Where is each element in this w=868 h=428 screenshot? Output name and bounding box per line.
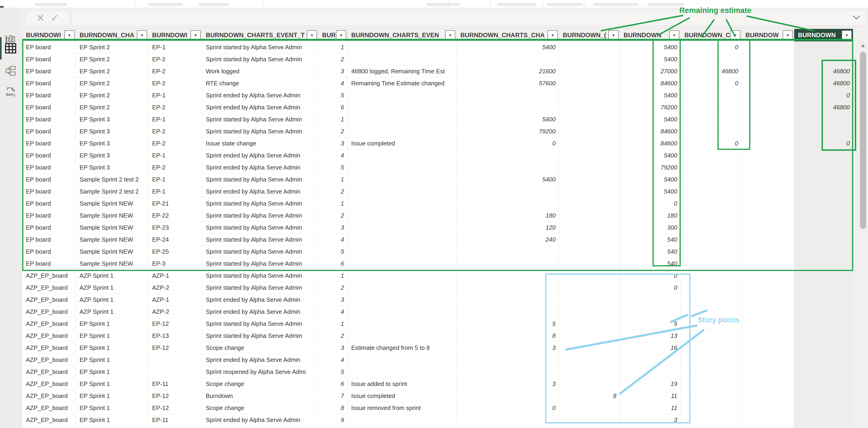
cell[interactable]: 79200 <box>620 101 681 114</box>
cell[interactable]: EP board <box>22 65 76 78</box>
cell[interactable]: Sprint started by Alpha Serve Admin <box>202 174 318 186</box>
cell[interactable]: AZP_EP_board <box>22 330 76 342</box>
cell[interactable]: 0 <box>620 282 681 294</box>
cell[interactable]: 3 <box>318 222 347 234</box>
cell[interactable]: 5400 <box>620 53 681 65</box>
cell[interactable]: 5400 <box>457 174 559 186</box>
cell[interactable] <box>681 270 742 282</box>
cell[interactable]: Sprint ended by Alpha Serve Admin <box>202 354 318 366</box>
cell[interactable]: 11 <box>620 402 681 414</box>
cell[interactable]: Sprint started by Alpha Serve Admin <box>202 222 318 234</box>
cell[interactable] <box>681 90 742 101</box>
cell[interactable]: Sample Sprint NEW <box>76 222 149 234</box>
cell[interactable] <box>559 354 620 366</box>
cell[interactable] <box>347 426 457 428</box>
cell[interactable] <box>794 294 853 306</box>
cell[interactable] <box>742 402 794 414</box>
cell[interactable]: 2 <box>318 330 347 342</box>
cell[interactable]: 6 <box>318 258 347 270</box>
cell[interactable]: Remaining Time Estimate changed <box>347 78 457 90</box>
cell[interactable]: EP board <box>22 101 76 114</box>
cell[interactable]: AZP Sprint 1 <box>76 270 149 282</box>
cell[interactable] <box>794 150 853 162</box>
cell[interactable]: 0 <box>457 402 559 414</box>
cell[interactable]: 3 <box>457 378 559 390</box>
cell[interactable]: Sprint started by Alpha Serve Admin <box>202 210 318 222</box>
cell[interactable]: 57600 <box>457 78 559 90</box>
cell[interactable] <box>681 390 742 402</box>
cell[interactable] <box>794 222 853 234</box>
cell[interactable]: AZP-2 <box>149 306 202 318</box>
cell[interactable]: Sprint started by Alpha Serve Admin <box>202 234 318 246</box>
cell[interactable] <box>559 101 620 114</box>
cell[interactable] <box>347 222 457 234</box>
cell[interactable]: EP-2 <box>149 126 202 137</box>
cell[interactable] <box>681 174 742 186</box>
cell[interactable] <box>559 426 620 428</box>
cell[interactable] <box>457 186 559 198</box>
cell[interactable] <box>559 402 620 414</box>
column-header[interactable]: BURNDOWN_CHA▾ <box>76 29 149 41</box>
cell[interactable] <box>347 258 457 270</box>
cell[interactable] <box>742 41 794 53</box>
cell[interactable] <box>457 366 559 378</box>
cell[interactable] <box>559 342 620 354</box>
cell[interactable] <box>742 174 794 186</box>
cell[interactable]: EP-2 <box>149 162 202 174</box>
cell[interactable] <box>620 366 681 378</box>
cell[interactable]: EP-1 <box>149 174 202 186</box>
cell[interactable]: EP Sprint 1 <box>76 414 149 426</box>
cell[interactable] <box>620 306 681 318</box>
cell[interactable]: EP Sprint 1 <box>76 378 149 390</box>
cell[interactable]: 5 <box>318 162 347 174</box>
cell[interactable] <box>347 90 457 101</box>
cell[interactable] <box>347 318 457 330</box>
cell[interactable] <box>742 210 794 222</box>
cell[interactable]: 0 <box>681 78 742 90</box>
cell[interactable] <box>559 114 620 126</box>
cell[interactable]: 84600 <box>620 126 681 137</box>
cell[interactable]: EP board <box>22 53 76 65</box>
cell[interactable] <box>457 53 559 65</box>
cell[interactable] <box>559 378 620 390</box>
cell[interactable]: EP Sprint 1 <box>76 318 149 330</box>
cell[interactable]: EP-1 <box>149 186 202 198</box>
cell[interactable]: 46800 <box>794 101 853 114</box>
cell[interactable] <box>681 378 742 390</box>
cell[interactable] <box>347 198 457 210</box>
cell[interactable]: EP board <box>22 150 76 162</box>
cell[interactable] <box>347 210 457 222</box>
cell[interactable]: Sprint ended by Alpha Serve Admin <box>202 101 318 114</box>
cell[interactable]: Issue added to sprint <box>347 378 457 390</box>
cell[interactable] <box>794 126 853 137</box>
cell[interactable]: EP-25 <box>149 246 202 258</box>
cell[interactable] <box>457 414 559 426</box>
filter-dropdown-button[interactable]: ▾ <box>730 30 740 40</box>
cell[interactable]: EP-12 <box>149 402 202 414</box>
cell[interactable] <box>742 186 794 198</box>
cell[interactable] <box>22 426 76 428</box>
cell[interactable] <box>457 390 559 402</box>
cell[interactable]: EP-12 <box>149 318 202 330</box>
cell[interactable]: Sprint started by Alpha Serve Admin <box>202 198 318 210</box>
sidebar-item-table-view[interactable] <box>0 38 21 59</box>
cell[interactable] <box>559 246 620 258</box>
cell[interactable]: EP-24 <box>149 234 202 246</box>
cell[interactable] <box>681 198 742 210</box>
cell[interactable]: EP Sprint 2 <box>76 78 149 90</box>
cell[interactable]: 1 <box>318 318 347 330</box>
cell[interactable] <box>347 306 457 318</box>
cell[interactable]: AZP Sprint 1 <box>76 294 149 306</box>
cell[interactable]: EP-13 <box>149 330 202 342</box>
filter-dropdown-button[interactable]: ▾ <box>842 30 852 40</box>
cell[interactable]: 79200 <box>620 162 681 174</box>
cell[interactable]: 84600 <box>620 78 681 90</box>
cell[interactable]: 11 <box>620 390 681 402</box>
cell[interactable] <box>620 426 681 428</box>
cell[interactable] <box>794 378 853 390</box>
cell[interactable]: EP board <box>22 78 76 90</box>
cell[interactable]: EP board <box>22 222 76 234</box>
cell[interactable] <box>559 234 620 246</box>
cell[interactable] <box>742 354 794 366</box>
cell[interactable]: EP-2 <box>149 137 202 150</box>
